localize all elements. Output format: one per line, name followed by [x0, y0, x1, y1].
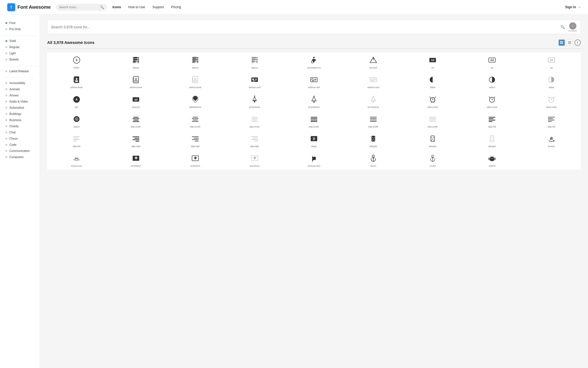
icon-name-alarm-clock-2: alarm-clock — [487, 106, 497, 108]
sidebar-item-charity[interactable]: Charity — [0, 123, 40, 129]
big-search-bar[interactable]: 🔍 A by algolia — [47, 20, 581, 34]
sidebar-item-free[interactable]: Free — [0, 20, 40, 26]
sign-in-icon: → — [578, 5, 581, 9]
icon-cell-500px[interactable]: 5 500px — [47, 52, 106, 71]
icon-cell-address-card-3[interactable]: address-card — [344, 72, 403, 91]
icon-cell-address-book-1[interactable]: address-book — [47, 72, 106, 91]
icon-cell-android[interactable]: android — [463, 151, 521, 169]
icon-cell-align-center-1[interactable]: align-center — [107, 111, 165, 130]
icon-cell-align-left-3[interactable]: align-left — [47, 131, 106, 150]
svg-point-178 — [493, 137, 493, 138]
icon-cell-ambulance-3[interactable]: ✚ ambulance — [225, 151, 284, 169]
nav-item-support[interactable]: Support — [152, 5, 164, 9]
sidebar-item-business[interactable]: Business — [0, 117, 40, 123]
icon-cell-align-left-2[interactable]: align-left — [522, 111, 581, 130]
header-search-bar[interactable]: 🔍 — [56, 4, 107, 11]
icon-cell-align-justify-3[interactable]: align-justify — [404, 111, 462, 130]
icon-cell-align-right-2[interactable]: align-right — [166, 131, 224, 150]
svg-rect-143 — [489, 120, 495, 120]
icon-cell-adjust-1[interactable]: adjust — [404, 72, 462, 91]
svg-rect-3 — [562, 41, 563, 42]
icon-cell-adversal[interactable]: ad adversal — [107, 92, 165, 111]
header-search-input[interactable] — [59, 6, 99, 9]
svg-rect-65 — [192, 79, 193, 80]
icon-cell-algolia[interactable]: algolia — [47, 111, 106, 130]
sidebar-item-latest-release[interactable]: Latest Release — [0, 68, 40, 74]
sidebar-item-communication[interactable]: Communication — [0, 148, 40, 154]
icon-glyph-amazon-pay: pay — [73, 154, 81, 163]
nav-item-pricing[interactable]: Pricing — [171, 5, 181, 9]
icon-cell-ambulance-1[interactable]: ✚ ambulance — [107, 151, 165, 169]
sidebar-item-accessibility[interactable]: Accessibility — [0, 80, 40, 86]
icon-cell-anchor-2[interactable]: anchor — [404, 151, 462, 169]
icon-cell-amazon-pay[interactable]: pay amazon-pay — [47, 151, 106, 169]
icon-cell-adjust-3[interactable]: adjust — [522, 72, 581, 91]
sidebar-label-chess: Chess — [9, 137, 18, 140]
icon-cell-alarm-clock-3[interactable]: alarm-clock — [522, 92, 581, 111]
big-search-input[interactable] — [51, 25, 560, 29]
icon-cell-alarm-clock-2[interactable]: alarm-clock — [463, 92, 521, 111]
icon-name-address-book-3: address-book — [189, 86, 201, 89]
icon-cell-allergies-3[interactable]: allergies — [463, 131, 521, 150]
sidebar-item-regular[interactable]: Regular — [0, 44, 40, 50]
icon-cell-alarm-clock-1[interactable]: alarm-clock — [404, 92, 462, 111]
icon-cell-abacus-3[interactable]: abacus — [225, 52, 284, 71]
icon-cell-align-justify-1[interactable]: align-justify — [285, 111, 343, 130]
icon-cell-address-book-2[interactable]: address-book — [107, 72, 165, 91]
sidebar-item-pro-only[interactable]: Pro Only — [0, 26, 40, 32]
icon-cell-air-freshener-1[interactable]: air-freshener — [225, 92, 284, 111]
sidebar-item-automotive[interactable]: Automotive — [0, 105, 40, 111]
sidebar-item-solid[interactable]: Solid — [0, 38, 40, 44]
nav-item-icons[interactable]: Icons — [112, 5, 121, 9]
icon-cell-anchor[interactable]: anchor — [344, 151, 403, 169]
icon-cell-align-right-1[interactable]: align-right — [107, 131, 165, 150]
sidebar-item-animals[interactable]: Animals — [0, 86, 40, 92]
info-button[interactable]: i — [575, 40, 581, 46]
sidebar-item-chess[interactable]: Chess — [0, 136, 40, 142]
sidebar-item-light[interactable]: Light — [0, 50, 40, 56]
list-view-button[interactable] — [567, 40, 573, 46]
sidebar-item-brands[interactable]: Brands — [0, 56, 40, 63]
icon-cell-affiliatetheme[interactable]: affiliatetheme — [166, 92, 224, 111]
icon-cell-ad-2[interactable]: Ad ad — [463, 52, 521, 71]
icon-cell-amazon[interactable]: a amazon — [522, 131, 581, 150]
icon-cell-alipay[interactable]: 支 alipay — [285, 131, 343, 150]
icon-cell-ambulance-2[interactable]: ✚ ambulance — [166, 151, 224, 169]
icon-cell-align-center-3[interactable]: align-center — [225, 111, 284, 130]
icon-cell-ad-3[interactable]: Ad ad — [522, 52, 581, 71]
icon-cell-accusoft[interactable]: accusoft — [344, 52, 403, 71]
logo-area[interactable]: f Font Awesome — [7, 3, 51, 11]
nav-item-how-to-use[interactable]: How to Use — [128, 5, 145, 9]
icon-cell-allergies-1[interactable]: allergies — [344, 131, 403, 150]
sidebar-item-computers[interactable]: Computers — [0, 154, 40, 160]
icon-glyph-address-book-2 — [132, 75, 140, 84]
sidebar-item-code[interactable]: Code — [0, 142, 40, 148]
sidebar-item-buildings[interactable]: Buildings — [0, 111, 40, 117]
svg-text:A: A — [75, 98, 78, 101]
sidebar-item-audio-video[interactable]: Audio & Video — [0, 99, 40, 105]
icon-cell-air-freshener-2[interactable]: air-freshener — [285, 92, 343, 111]
icon-cell-adjust-2[interactable]: adjust — [463, 72, 521, 91]
icon-name-accessible-icon: accessible-icon — [307, 66, 321, 69]
icon-cell-ad-1[interactable]: Ad ad — [404, 52, 462, 71]
grid-view-button[interactable] — [559, 40, 565, 46]
sidebar-item-chat[interactable]: Chat — [0, 129, 40, 136]
sign-in-button[interactable]: Sign In → — [565, 5, 581, 9]
icon-cell-align-right-3[interactable]: align-right — [225, 131, 284, 150]
sidebar-item-arrows[interactable]: Arrows — [0, 92, 40, 99]
icon-cell-address-card-2[interactable]: address-card — [285, 72, 343, 91]
icon-cell-align-justify-2[interactable]: align-justify — [344, 111, 403, 130]
icon-cell-align-center-2[interactable]: align-center — [166, 111, 224, 130]
icon-cell-accessible-icon[interactable]: accessible-icon — [285, 52, 343, 71]
icon-cell-abacus-2[interactable]: abacus — [166, 52, 224, 71]
icon-cell-abacus-1[interactable]: abacus — [107, 52, 165, 71]
icon-cell-american-sign[interactable]: american-sign — [285, 151, 343, 169]
icon-cell-address-book-3[interactable]: address-book — [166, 72, 224, 91]
sidebar-dot-pro-only — [5, 28, 7, 30]
icon-cell-air-freshener-3[interactable]: air-freshener — [344, 92, 403, 111]
sidebar-label-chat: Chat — [9, 131, 16, 134]
icon-cell-address-card-1[interactable]: address-card — [225, 72, 284, 91]
icon-cell-adn[interactable]: A adn — [47, 92, 106, 111]
icon-cell-align-left-1[interactable]: align-left — [463, 111, 521, 130]
icon-cell-allergies-2[interactable]: allergies — [404, 131, 462, 150]
